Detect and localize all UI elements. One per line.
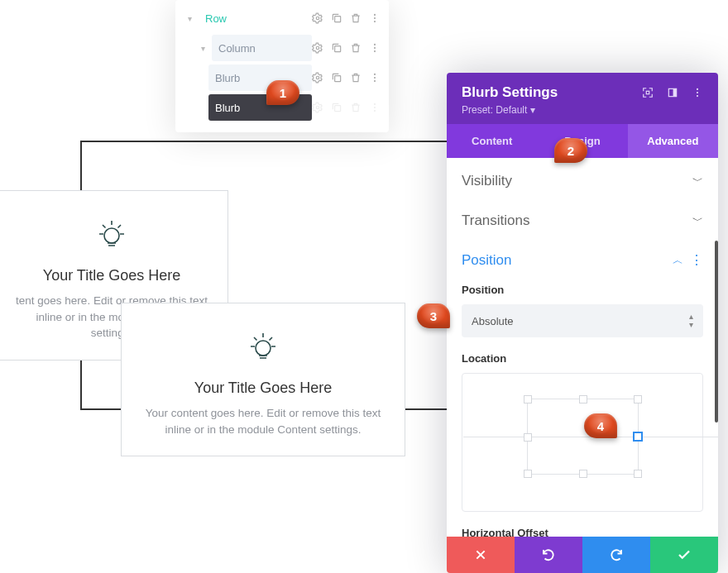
position-value: Absolute xyxy=(472,315,514,327)
layer-row-column[interactable]: ▾ Column xyxy=(184,35,381,61)
undo-button[interactable] xyxy=(515,537,582,573)
location-anchor-ml[interactable] xyxy=(524,433,532,442)
svg-point-5 xyxy=(374,17,376,19)
gear-icon[interactable] xyxy=(312,102,323,113)
layer-label: Row xyxy=(199,5,312,31)
svg-rect-3 xyxy=(335,17,341,22)
snap-icon[interactable] xyxy=(667,87,678,98)
more-icon[interactable] xyxy=(692,87,703,98)
svg-point-1 xyxy=(256,341,271,356)
svg-point-21 xyxy=(374,110,376,112)
discard-button[interactable] xyxy=(447,537,515,573)
select-caret-icon: ▴▾ xyxy=(689,313,693,329)
chevron-down-icon: ﹀ xyxy=(692,213,703,228)
duplicate-icon[interactable] xyxy=(331,12,342,24)
accordion-label: Position xyxy=(462,252,511,269)
svg-rect-24 xyxy=(673,88,677,96)
location-label: Location xyxy=(462,352,703,365)
location-field: Location xyxy=(447,349,718,523)
svg-point-9 xyxy=(374,44,376,45)
settings-header: Blurb Settings Preset: Default ▾ xyxy=(447,73,718,124)
duplicate-icon[interactable] xyxy=(331,102,342,113)
svg-rect-13 xyxy=(335,76,341,82)
svg-point-4 xyxy=(374,14,376,16)
gear-icon[interactable] xyxy=(312,72,323,84)
layers-panel: ▾ Row ▾ Column Blurb Blurb xyxy=(175,0,389,132)
redo-button[interactable] xyxy=(582,537,650,573)
blurb-text: Your content goes here. Edit or remove t… xyxy=(140,405,386,437)
callout-2: 2 xyxy=(554,138,587,163)
more-icon[interactable] xyxy=(369,72,381,84)
location-anchor-tl[interactable] xyxy=(524,395,532,403)
blurb-module-b[interactable]: Your Title Goes Here Your content goes h… xyxy=(121,303,405,456)
hoffset-field: Horizontal Offset xyxy=(447,523,718,537)
layer-label: Column xyxy=(212,35,312,61)
svg-point-0 xyxy=(104,228,119,243)
location-anchor-mr[interactable] xyxy=(633,432,643,442)
svg-point-10 xyxy=(374,47,376,49)
gear-icon[interactable] xyxy=(312,42,323,54)
trash-icon[interactable] xyxy=(350,12,362,24)
more-icon[interactable] xyxy=(369,42,381,54)
callout-3: 3 xyxy=(417,303,450,328)
bulb-icon xyxy=(140,328,386,365)
collapse-icon[interactable]: ▾ xyxy=(184,14,195,23)
svg-point-17 xyxy=(316,106,319,109)
duplicate-icon[interactable] xyxy=(331,72,342,84)
callout-4: 4 xyxy=(584,413,617,438)
accordion-position[interactable]: Position ︿ ⋮ xyxy=(447,241,718,280)
settings-footer xyxy=(447,537,718,573)
scrollbar[interactable] xyxy=(715,241,718,423)
svg-rect-8 xyxy=(335,46,341,52)
more-icon[interactable] xyxy=(369,102,381,113)
svg-point-27 xyxy=(697,95,698,97)
position-select[interactable]: Absolute ▴▾ xyxy=(462,304,703,337)
tab-content[interactable]: Content xyxy=(447,124,537,158)
svg-point-7 xyxy=(316,46,319,50)
more-icon[interactable] xyxy=(369,12,381,24)
bulb-icon xyxy=(14,216,209,252)
trash-icon[interactable] xyxy=(350,72,362,84)
location-anchor-tc[interactable] xyxy=(579,395,587,403)
location-anchor-br[interactable] xyxy=(634,470,642,478)
accordion-transitions[interactable]: Transitions ﹀ xyxy=(447,201,718,241)
svg-point-26 xyxy=(697,92,698,93)
duplicate-icon[interactable] xyxy=(331,42,342,54)
callout-1: 1 xyxy=(266,80,299,105)
svg-point-6 xyxy=(374,21,376,22)
preset-dropdown[interactable]: Preset: Default ▾ xyxy=(462,104,703,116)
accordion-visibility[interactable]: Visibility ﹀ xyxy=(447,161,718,201)
save-button[interactable] xyxy=(650,537,718,573)
layer-row-row[interactable]: ▾ Row xyxy=(184,5,381,31)
hoffset-label: Horizontal Offset xyxy=(462,527,703,537)
location-picker[interactable] xyxy=(462,373,703,512)
gear-icon[interactable] xyxy=(312,12,323,24)
accordion-label: Visibility xyxy=(462,173,512,189)
svg-point-20 xyxy=(374,107,376,108)
svg-point-2 xyxy=(316,17,319,20)
chevron-up-icon: ︿ xyxy=(673,253,683,268)
svg-point-16 xyxy=(374,80,376,82)
chevron-down-icon: ﹀ xyxy=(692,174,703,189)
tab-advanced[interactable]: Advanced xyxy=(628,124,718,158)
svg-point-14 xyxy=(374,74,376,75)
accordion-label: Transitions xyxy=(462,212,530,229)
settings-title: Blurb Settings xyxy=(462,84,558,101)
location-anchor-bc[interactable] xyxy=(579,470,587,478)
location-anchor-bl[interactable] xyxy=(524,470,532,478)
expand-icon[interactable] xyxy=(642,87,654,98)
svg-point-25 xyxy=(697,88,698,90)
position-label: Position xyxy=(462,284,703,296)
location-anchor-tr[interactable] xyxy=(634,395,642,403)
collapse-icon[interactable]: ▾ xyxy=(197,44,208,53)
trash-icon[interactable] xyxy=(350,42,362,54)
svg-point-19 xyxy=(374,103,376,105)
blurb-title: Your Title Goes Here xyxy=(140,380,386,397)
settings-body: Visibility ﹀ Transitions ﹀ Position ︿ ⋮ … xyxy=(447,158,718,537)
svg-rect-18 xyxy=(335,106,341,112)
trash-icon[interactable] xyxy=(350,102,362,113)
svg-point-15 xyxy=(374,77,376,79)
blurb-title: Your Title Goes Here xyxy=(14,267,209,284)
position-field: Position Absolute ▴▾ xyxy=(447,280,718,349)
svg-rect-22 xyxy=(646,91,649,94)
